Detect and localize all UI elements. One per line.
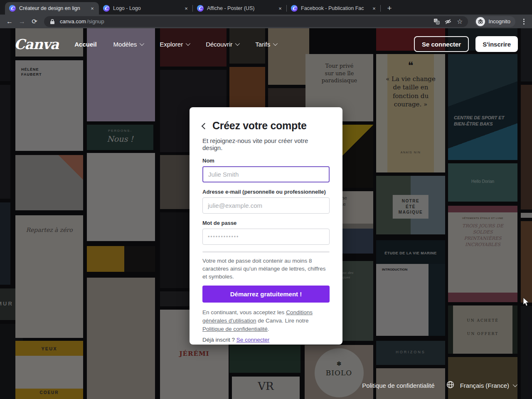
chevron-down-icon (186, 41, 190, 46)
nav-item-tarifs[interactable]: Tarifs (255, 41, 276, 48)
login-row: Déjà inscrit ? Se connecter (202, 337, 330, 343)
nav-item-modeles[interactable]: Modèles (113, 41, 143, 48)
incognito-badge[interactable]: Incognito (475, 16, 515, 27)
nav-item-label: Modèles (113, 41, 137, 48)
address-bar[interactable]: canva.com/signup G ☆ (44, 16, 468, 27)
browser-chrome: CCréateur de design en lign×CLogo - Logo… (0, 0, 532, 28)
site-header: Canva AccueilModèlesExplorerDécouvrirTar… (0, 28, 532, 60)
canva-favicon-icon: C (197, 5, 204, 12)
modal-title: Créez votre compte (212, 120, 307, 132)
tab-title: Logo - Logo (113, 5, 180, 11)
password-input[interactable] (202, 229, 330, 245)
login-prompt: Déjà inscrit ? (202, 337, 236, 343)
tab-close-button[interactable]: × (89, 5, 96, 12)
page-footer: Politique de confidentialité Français (F… (362, 381, 516, 390)
browser-tab[interactable]: CFacebook - Publication Fac× (287, 2, 381, 15)
login-link[interactable]: Se connecter (236, 337, 270, 343)
language-selector[interactable]: Français (France) (460, 382, 516, 389)
name-label: Nom (202, 158, 330, 164)
signup-button[interactable]: S'inscrire (475, 36, 518, 52)
incognito-icon (476, 17, 485, 26)
tab-close-button[interactable]: × (277, 5, 283, 12)
canva-favicon-icon: C (9, 5, 16, 12)
tab-title: Créateur de design en lign (19, 5, 86, 11)
modal-subtitle: Et rejoignez-nous vite pour créer votre … (202, 137, 330, 151)
tab-strip: CCréateur de design en lign×CLogo - Logo… (0, 0, 532, 15)
password-strength-bar (202, 251, 330, 253)
chevron-down-icon (140, 41, 144, 46)
nav-item-accueil[interactable]: Accueil (74, 41, 96, 48)
tab-close-button[interactable]: × (183, 5, 190, 12)
lock-icon (48, 17, 57, 26)
incognito-label: Incognito (488, 18, 510, 25)
nav-item-explorer[interactable]: Explorer (160, 41, 189, 48)
language-label: Français (France) (460, 382, 509, 389)
browser-toolbar: ← → ⟳ canva.com/signup G ☆ Incognito (0, 15, 532, 28)
chevron-down-icon (235, 41, 240, 46)
url-host: canva.com (60, 18, 86, 25)
nav-item-label: Explorer (160, 41, 183, 48)
legal-mid: de Canva. Lire notre (256, 318, 308, 324)
reload-icon[interactable]: ⟳ (29, 16, 40, 27)
tab-title: Affiche - Poster (US) (207, 5, 273, 11)
email-input[interactable] (202, 197, 330, 214)
nav-item-label: Accueil (74, 41, 96, 48)
email-label: Adresse e-mail (personnelle ou professio… (202, 189, 330, 195)
canva-signup-page: MURHÉLÈNE FAUBERTRepartez à zéroYEUXCOEU… (0, 28, 532, 399)
tab-title: Facebook - Publication Fac (301, 5, 367, 11)
bookmark-star-icon[interactable]: ☆ (456, 17, 464, 26)
chevron-down-icon (273, 41, 278, 46)
back-icon[interactable]: ← (4, 16, 15, 27)
main-nav: AccueilModèlesExplorerDécouvrirTarifs (74, 41, 398, 48)
name-input[interactable] (202, 166, 330, 182)
eye-slash-icon[interactable] (444, 17, 452, 26)
canva-favicon-icon: C (103, 5, 110, 12)
forward-icon[interactable]: → (17, 16, 27, 27)
legal-suffix: . (268, 326, 269, 332)
login-button[interactable]: Se connecter (414, 36, 469, 52)
password-hint: Votre mot de passe doit contenir au moin… (202, 257, 330, 281)
signup-modal: Créez votre compte Et rejoignez-nous vit… (190, 107, 342, 345)
menu-dots-icon[interactable] (520, 17, 528, 27)
password-label: Mot de passe (202, 220, 330, 226)
submit-button[interactable]: Démarrez gratuitement ! (202, 286, 330, 303)
url-path: /signup (87, 18, 104, 25)
nav-item-label: Tarifs (255, 41, 270, 48)
legal-prefix: En continuant, vous acceptez les (202, 309, 286, 315)
browser-tab[interactable]: CAffiche - Poster (US)× (193, 2, 287, 15)
privacy-policy-link[interactable]: Politique de confidentialité (202, 326, 268, 332)
canva-logo[interactable]: Canva (14, 36, 59, 52)
mouse-cursor (523, 298, 531, 308)
tab-close-button[interactable]: × (371, 5, 377, 12)
canva-favicon-icon: C (291, 5, 298, 12)
globe-icon (446, 381, 454, 390)
legal-text: En continuant, vous acceptez les Conditi… (202, 308, 330, 333)
nav-item-label: Découvrir (206, 41, 232, 48)
footer-privacy-link[interactable]: Politique de confidentialité (362, 382, 434, 389)
nav-item-decouvrir[interactable]: Découvrir (206, 41, 239, 48)
browser-tab[interactable]: CLogo - Logo× (99, 2, 193, 15)
back-chevron-icon[interactable] (202, 123, 208, 130)
translate-icon[interactable]: G (432, 17, 441, 26)
new-tab-button[interactable]: + (384, 3, 395, 14)
browser-tab[interactable]: CCréateur de design en lign× (5, 2, 99, 15)
